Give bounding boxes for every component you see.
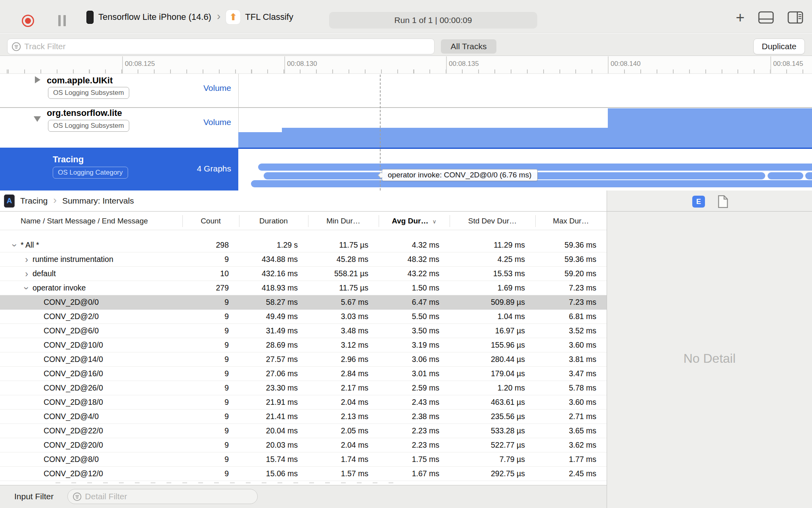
ruler-tick-label: 00:08.135 (449, 60, 479, 68)
table-row[interactable]: CONV_2D@8/0915.74 ms1.74 ms1.75 ms7.79 µ… (0, 452, 607, 467)
table-row[interactable]: ›default10432.16 ms558.21 µs43.22 ms15.5… (0, 267, 607, 281)
toolbar: Tensorflow Lite iPhone (14.6) › ⬆ TFL Cl… (0, 0, 812, 33)
interval-bar[interactable] (768, 172, 803, 179)
pause-button[interactable] (57, 15, 67, 26)
volume-area-segment (282, 128, 608, 148)
volume-area-chart[interactable] (238, 108, 812, 148)
table-row[interactable]: CONV_2D@6/0931.49 ms3.48 ms3.50 ms16.97 … (0, 324, 607, 338)
disclosure-right-icon[interactable] (35, 76, 40, 83)
disclosure-down-icon[interactable] (34, 116, 41, 122)
detail-filter-field[interactable] (67, 489, 258, 504)
track-type-badge: OS Logging Category (53, 167, 128, 179)
table-row[interactable]: CONV_2D@18/0921.91 ms2.04 ms2.43 ms463.6… (0, 395, 607, 410)
cell-count: 10 (182, 269, 239, 278)
column-header-duration[interactable]: Duration (239, 217, 308, 225)
all-tracks-button[interactable]: All Tracks (441, 39, 496, 54)
track-type-badge: OS Logging Subsystem (48, 120, 129, 132)
add-instrument-button[interactable]: + (736, 12, 745, 23)
cell-min-duration: 45.28 ms (308, 255, 379, 264)
interval-bar[interactable] (805, 172, 812, 179)
cell-min-duration: 11.75 µs (308, 241, 379, 250)
track-row-tensorflow[interactable]: org.tensorflow.lite OS Logging Subsystem… (0, 108, 238, 148)
toggle-right-panel-button[interactable] (787, 11, 803, 24)
interval-bar[interactable] (251, 180, 812, 187)
disclosure-chevron-icon[interactable]: › (23, 283, 31, 292)
column-header-min[interactable]: Min Dur… (308, 217, 379, 225)
cell-count: 279 (182, 283, 239, 292)
table-row[interactable]: ›operator invoke279418.93 ms11.75 µs1.50… (0, 281, 607, 295)
table-row[interactable]: CONV_2D@2/0949.49 ms3.03 ms5.50 ms1.04 m… (0, 310, 607, 324)
table-row[interactable]: CONV_2D@26/0923.30 ms2.17 ms2.59 ms1.20 … (0, 381, 607, 395)
table-header: Name / Start Message / End Message Count… (0, 212, 607, 230)
cell-min-duration: 1.74 ms (308, 455, 379, 464)
row-name: operator invoke (33, 283, 86, 292)
table-row[interactable]: CONV_2D@16/0927.06 ms2.84 ms3.01 ms179.0… (0, 367, 607, 381)
disclosure-chevron-icon[interactable]: › (11, 241, 19, 250)
cell-name: CONV_2D@22/0 (0, 426, 182, 435)
breadcrumb-page[interactable]: Summary: Intervals (62, 196, 134, 206)
table-row[interactable]: ›runtime instrumentation9434.88 ms45.28 … (0, 252, 607, 267)
timeline-ruler[interactable]: 00:08.12500:08.13000:08.13500:08.14000:0… (0, 56, 812, 74)
track-filter-field[interactable] (7, 38, 435, 54)
table-row[interactable]: CONV_2D@14/0927.57 ms2.96 ms3.06 ms280.4… (0, 352, 607, 367)
cell-duration: 432.16 ms (239, 269, 308, 278)
cell-count: 9 (182, 341, 239, 350)
record-dot-icon (25, 18, 31, 24)
target-selector[interactable]: Tensorflow Lite iPhone (14.6) › ⬆ TFL Cl… (86, 10, 293, 24)
duplicate-button[interactable]: Duplicate (753, 38, 805, 54)
cell-avg-duration: 3.50 ms (379, 326, 450, 335)
input-filter-label[interactable]: Input Filter (14, 492, 54, 501)
track-graph-selector[interactable]: Volume (203, 83, 231, 93)
track-filter-input[interactable] (24, 42, 434, 51)
document-inspector-button[interactable] (717, 195, 728, 210)
column-header-max[interactable]: Max Dur… (535, 217, 607, 225)
record-button[interactable] (22, 15, 34, 27)
ruler-tick-line (608, 56, 609, 73)
cell-count: 9 (182, 312, 239, 321)
cell-min-duration: 2.05 ms (308, 426, 379, 435)
table-row[interactable]: CONV_2D@4/0921.41 ms2.13 ms2.38 ms235.56… (0, 410, 607, 424)
column-header-count[interactable]: Count (182, 217, 239, 225)
toggle-bottom-panel-button[interactable] (758, 11, 774, 24)
track-type-badge: OS Logging Subsystem (48, 87, 129, 99)
volume-area-segment (238, 132, 282, 148)
track-row-tracing-selected[interactable]: Tracing OS Logging Category 4 Graphs (0, 148, 238, 190)
cell-max-duration: 59.20 ms (535, 269, 607, 278)
column-header-stddev[interactable]: Std Dev Dur… (450, 217, 535, 225)
tracing-interval-chart[interactable]: operator invoke: CONV_2D@0/0 (6.76 ms) (238, 148, 812, 190)
cell-count: 9 (182, 469, 239, 478)
disclosure-chevron-icon[interactable]: › (21, 256, 33, 264)
track-name: com.apple.UIKit (47, 75, 113, 86)
track-row-uikit[interactable]: com.apple.UIKit OS Logging Subsystem Vol… (0, 74, 238, 107)
table-row[interactable]: ›* All *2981.29 s11.75 µs4.32 ms11.29 ms… (0, 238, 607, 252)
cell-max-duration: 3.62 ms (535, 441, 607, 450)
table-row[interactable]: CONV_2D@20/0920.03 ms2.04 ms2.23 ms522.7… (0, 438, 607, 452)
filter-icon (11, 42, 21, 52)
extended-detail-button[interactable]: E (692, 196, 705, 208)
column-header-name[interactable]: Name / Start Message / End Message (0, 217, 182, 225)
cell-avg-duration: 3.19 ms (379, 341, 450, 350)
cell-duration: 15.06 ms (239, 469, 308, 478)
table-row[interactable]: CONV_2D@10/0928.69 ms3.12 ms3.19 ms155.9… (0, 338, 607, 352)
cell-duration: 21.41 ms (239, 412, 308, 421)
row-name: CONV_2D@0/0 (44, 298, 99, 307)
table-row[interactable]: CONV_2D@22/0920.04 ms2.05 ms2.23 ms533.2… (0, 424, 607, 438)
column-header-avg-sorted[interactable]: Avg Dur…∨ (379, 217, 450, 225)
cell-name: CONV_2D@16/0 (0, 369, 182, 378)
cell-max-duration: 3.65 ms (535, 426, 607, 435)
cell-duration: 434.88 ms (239, 255, 308, 264)
detail-filter-input[interactable] (85, 492, 257, 501)
track-graph-selector[interactable]: 4 Graphs (197, 164, 231, 173)
table-row[interactable]: CONV_2D@0/0958.27 ms5.67 ms6.47 ms509.89… (0, 295, 607, 310)
ruler-tick-line (284, 56, 285, 73)
detail-panel: A Tracing › Summary: Intervals Name / St… (0, 190, 812, 508)
target-app-label: TFL Classify (245, 12, 293, 22)
breadcrumb-root[interactable]: Tracing (20, 196, 48, 206)
cell-min-duration: 5.67 ms (308, 298, 379, 307)
cell-min-duration: 2.04 ms (308, 441, 379, 450)
cell-stddev-duration: 1.20 ms (450, 383, 535, 393)
table-row[interactable]: CONV_2D@12/0915.06 ms1.57 ms1.67 ms292.7… (0, 467, 607, 481)
disclosure-chevron-icon[interactable]: › (21, 270, 33, 278)
target-device-label: Tensorflow Lite iPhone (14.6) (98, 12, 211, 22)
track-graph-selector[interactable]: Volume (203, 117, 231, 127)
